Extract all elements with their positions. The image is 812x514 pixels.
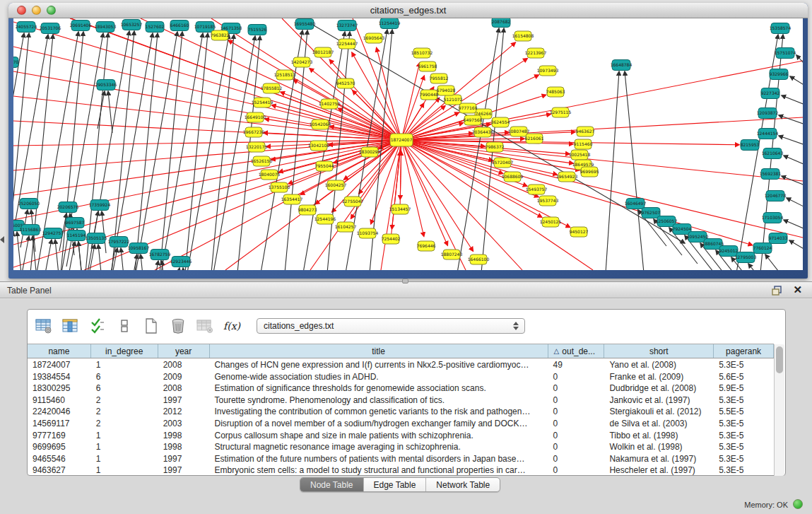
graph-node[interactable]: 25206050: [18, 199, 40, 209]
graph-node[interactable]: 9329966: [770, 69, 789, 80]
tab-node-table[interactable]: Node Table: [300, 478, 364, 491]
graph-node[interactable]: 20691406: [70, 21, 92, 31]
graph-node[interactable]: 1527602: [146, 22, 165, 33]
graph-node[interactable]: 19667230: [243, 127, 265, 137]
graph-node[interactable]: 18724007: [390, 134, 413, 146]
graph-node[interactable]: 12975115: [550, 107, 572, 117]
graph-node[interactable]: 18300295: [359, 147, 381, 157]
graph-node[interactable]: 7696446: [417, 241, 436, 251]
graph-node[interactable]: 9699695: [580, 167, 599, 177]
graph-node[interactable]: 11254419: [379, 18, 401, 29]
row-height-icon[interactable]: [115, 317, 134, 335]
network-canvas[interactable]: 1872400724055724205317062069140618943053…: [13, 18, 803, 270]
graph-node[interactable]: 9762507: [642, 208, 661, 218]
table-row[interactable]: 946362711997Embryonic stem cells: a mode…: [28, 465, 774, 477]
graph-node[interactable]: 16046497: [625, 199, 647, 209]
graph-node[interactable]: 16210643: [762, 148, 784, 159]
graph-node[interactable]: 9452570: [336, 78, 355, 88]
graph-node[interactable]: 10025418: [569, 150, 591, 160]
graph-node[interactable]: 11093754: [357, 228, 379, 238]
graph-node[interactable]: 18012187: [312, 47, 334, 57]
graph-node[interactable]: 29053346: [95, 80, 117, 90]
graph-node[interactable]: 10653257: [121, 20, 143, 30]
graph-node[interactable]: 16955480: [294, 19, 316, 30]
graph-node[interactable]: 7515526: [248, 25, 267, 35]
graph-node[interactable]: 12046778: [765, 191, 787, 201]
graph-node[interactable]: 17103054: [762, 213, 784, 223]
float-panel-icon[interactable]: [772, 286, 782, 296]
column-header-pagerank[interactable]: pagerank: [714, 344, 774, 358]
graph-node[interactable]: 12254447: [336, 39, 358, 49]
graph-node[interactable]: 13273747: [336, 21, 358, 31]
graph-node[interactable]: 15720407: [492, 158, 514, 168]
table-selector[interactable]: citations_edges.txt: [257, 318, 525, 334]
graph-node[interactable]: 9115460: [574, 139, 593, 149]
panel-collapse-arrow-icon[interactable]: [0, 236, 4, 243]
graph-node[interactable]: 7963822: [211, 30, 230, 40]
graph-node[interactable]: 16648784: [611, 60, 632, 71]
graph-node[interactable]: 18943053: [95, 22, 117, 33]
graph-node[interactable]: 17855812: [261, 83, 283, 93]
graph-node[interactable]: 10973493: [537, 66, 559, 76]
graph-node[interactable]: 13505135: [86, 233, 107, 244]
graph-node[interactable]: 17359924: [89, 200, 111, 211]
graph-node[interactable]: 16526150: [251, 156, 273, 166]
graph-node[interactable]: 12923446: [170, 257, 192, 267]
graph-node[interactable]: 15751074: [775, 48, 796, 59]
graph-node[interactable]: 10542064: [310, 119, 331, 129]
table-row[interactable]: 1938455462009Genome-wide association stu…: [28, 371, 774, 383]
graph-node[interactable]: 15493757: [526, 185, 548, 194]
graph-node[interactable]: 16649100: [245, 112, 266, 122]
graph-node[interactable]: 9450127: [570, 227, 589, 237]
column-header-title[interactable]: title: [210, 344, 548, 358]
graph-node[interactable]: 11156863: [20, 225, 42, 235]
vertical-scrollbar[interactable]: [774, 344, 784, 476]
graph-node[interactable]: 3624554: [491, 117, 510, 127]
graph-node[interactable]: 15134457: [389, 204, 411, 214]
graph-node[interactable]: 15358574: [770, 23, 792, 34]
graph-node[interactable]: 13042100: [308, 141, 330, 151]
graph-node[interactable]: 12755047: [342, 197, 364, 206]
graph-node[interactable]: 6216061: [525, 134, 544, 144]
graph-node[interactable]: 10958167: [128, 243, 150, 254]
delete-table-icon[interactable]: [169, 317, 187, 335]
graph-node[interactable]: 16004257: [325, 180, 347, 190]
graph-node[interactable]: 20364436: [472, 127, 494, 137]
close-panel-icon[interactable]: ✕: [793, 284, 802, 296]
graph-node[interactable]: 13220175: [246, 142, 268, 152]
table-row[interactable]: 1830029562008Estimation of significance …: [28, 382, 774, 395]
table-row[interactable]: 1872400712008Changes of HCN gene express…: [28, 359, 774, 371]
citation-graph[interactable]: 1872400724055724205317062069140618943053…: [13, 18, 803, 270]
table-row[interactable]: 969969511998Structural magnetic resonanc…: [28, 441, 774, 453]
graph-node[interactable]: 12093872: [757, 108, 779, 119]
table-row[interactable]: 1456911722003Disruption of a novel membe…: [28, 418, 774, 430]
graph-node[interactable]: 9804273: [298, 205, 317, 215]
column-header-year[interactable]: year: [158, 344, 210, 358]
column-header-short[interactable]: short: [604, 344, 714, 358]
graph-node[interactable]: 7485063: [546, 87, 565, 97]
graph-node[interactable]: 7990448: [420, 90, 439, 100]
graph-node[interactable]: 14204273: [291, 57, 313, 67]
graph-node[interactable]: 12795003: [735, 252, 757, 263]
graph-node[interactable]: 19654923: [556, 172, 578, 182]
graph-node[interactable]: 12444154: [757, 129, 779, 139]
graph-node[interactable]: 12518513: [274, 70, 296, 80]
graph-node[interactable]: 7760124: [753, 243, 772, 254]
table-row[interactable]: 911546021997Tourette syndrome. Phenomeno…: [28, 395, 774, 407]
graph-node[interactable]: 18040075: [259, 170, 281, 180]
graph-node[interactable]: 9714033: [769, 233, 788, 244]
graph-node[interactable]: 9697587: [66, 218, 85, 228]
scrollbar-thumb[interactable]: [776, 346, 783, 373]
graph-node[interactable]: 15692381: [760, 169, 782, 180]
column-header-out_de[interactable]: △out_de...: [548, 344, 605, 358]
select-rows-icon[interactable]: [88, 317, 107, 335]
graph-node[interactable]: 10688609: [502, 172, 524, 182]
graph-node[interactable]: 16466100: [468, 255, 490, 264]
graph-node[interactable]: 9463627: [576, 127, 595, 136]
graph-node[interactable]: 20206576: [57, 202, 79, 213]
graph-node[interactable]: 2087682: [492, 18, 511, 28]
graph-node[interactable]: 7955044: [315, 161, 334, 171]
graph-node[interactable]: 13755100: [269, 182, 290, 192]
graph-node[interactable]: 17957222: [108, 237, 130, 247]
column-header-name[interactable]: name: [28, 344, 91, 358]
